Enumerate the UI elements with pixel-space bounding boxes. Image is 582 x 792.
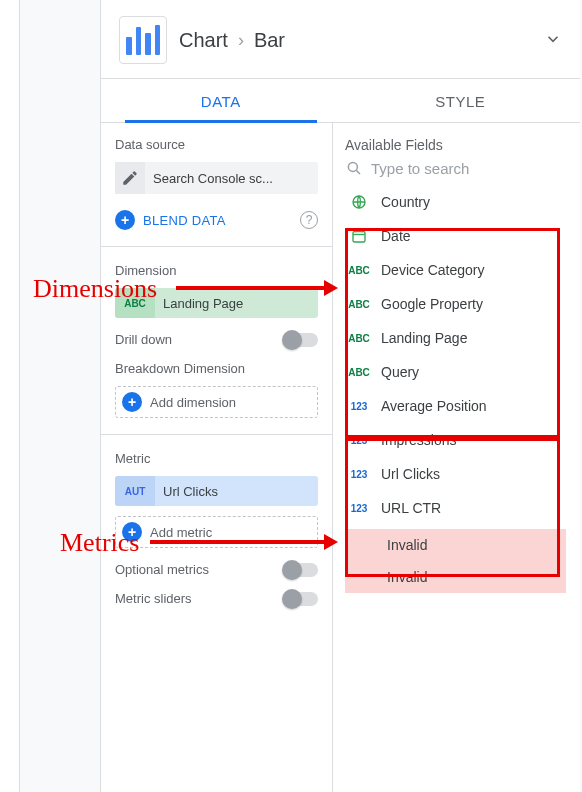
field-item[interactable]: 123Url Clicks — [345, 457, 566, 491]
svg-point-0 — [348, 162, 357, 171]
metric-sliders-label: Metric sliders — [115, 591, 192, 606]
tab-style-label: STYLE — [435, 93, 485, 110]
field-label: Device Category — [381, 262, 485, 278]
abc-type-icon: ABC — [347, 299, 371, 310]
calendar-icon — [347, 227, 371, 245]
tab-data-label: DATA — [201, 93, 241, 110]
field-label: Country — [381, 194, 430, 210]
section-breakdown-dimension: Breakdown Dimension — [115, 361, 318, 376]
search-row — [345, 153, 566, 185]
metric-chip[interactable]: AUT Url Clicks — [115, 476, 318, 506]
divider — [101, 246, 332, 247]
invalid-field-item[interactable]: Invalid — [345, 529, 566, 561]
bar-icon — [155, 25, 161, 55]
chevron-right-icon: › — [238, 30, 244, 51]
field-label: Average Position — [381, 398, 487, 414]
add-metric-button[interactable]: + Add metric — [115, 516, 318, 548]
drill-down-label: Drill down — [115, 332, 172, 347]
field-item[interactable]: Country — [345, 185, 566, 219]
metric-sliders-row: Metric sliders — [115, 591, 318, 620]
metric-field-list: 123Average Position123Impressions123Url … — [345, 389, 566, 525]
tab-style[interactable]: STYLE — [341, 79, 581, 122]
abc-type-icon: ABC — [347, 265, 371, 276]
number-type-icon: 123 — [347, 503, 371, 514]
svg-rect-3 — [353, 232, 365, 243]
help-icon[interactable]: ? — [300, 211, 318, 229]
abc-type-icon: ABC — [347, 333, 371, 344]
app-edge — [0, 0, 20, 792]
dimension-chip[interactable]: ABC Landing Page — [115, 288, 318, 318]
optional-metrics-toggle[interactable] — [284, 563, 318, 577]
add-dimension-button[interactable]: + Add dimension — [115, 386, 318, 418]
dimension-chip-label: Landing Page — [155, 296, 318, 311]
blend-data-button[interactable]: BLEND DATA — [143, 213, 226, 228]
plus-icon[interactable]: + — [115, 210, 135, 230]
bar-icon — [136, 27, 142, 55]
breadcrumb-root[interactable]: Chart — [179, 29, 228, 52]
chart-type-icon[interactable] — [119, 16, 167, 64]
abc-type-icon: ABC — [115, 288, 155, 318]
globe-icon — [347, 193, 371, 211]
auto-type-icon: AUT — [115, 476, 155, 506]
dimension-field-list: CountryDateABCDevice CategoryABCGoogle P… — [345, 185, 566, 389]
field-label: Landing Page — [381, 330, 467, 346]
available-fields-label: Available Fields — [345, 137, 566, 153]
field-label: Url Clicks — [381, 466, 440, 482]
search-input[interactable] — [371, 160, 566, 177]
field-label: URL CTR — [381, 500, 441, 516]
section-metric: Metric — [115, 451, 318, 466]
field-item[interactable]: ABCLanding Page — [345, 321, 566, 355]
metric-sliders-toggle[interactable] — [284, 592, 318, 606]
number-type-icon: 123 — [347, 469, 371, 480]
data-source-row[interactable]: Search Console sc... — [115, 162, 318, 194]
abc-type-icon: ABC — [347, 367, 371, 378]
tab-data[interactable]: DATA — [101, 79, 341, 122]
field-label: Query — [381, 364, 419, 380]
field-item[interactable]: 123Impressions — [345, 423, 566, 457]
columns: Data source Search Console sc... + BLEND… — [101, 123, 580, 792]
section-data-source: Data source — [115, 137, 318, 152]
field-item[interactable]: ABCGoogle Property — [345, 287, 566, 321]
blend-data-row: + BLEND DATA ? — [115, 204, 318, 230]
edit-icon[interactable] — [115, 162, 145, 194]
field-label: Impressions — [381, 432, 456, 448]
field-item[interactable]: ABCDevice Category — [345, 253, 566, 287]
search-icon — [345, 159, 363, 177]
expand-panel-button[interactable] — [544, 30, 562, 51]
field-item[interactable]: 123Average Position — [345, 389, 566, 423]
properties-panel: Chart › Bar DATA STYLE Data source Searc… — [100, 0, 580, 792]
breadcrumb: Chart › Bar — [179, 29, 285, 52]
optional-metrics-row: Optional metrics — [115, 562, 318, 577]
number-type-icon: 123 — [347, 435, 371, 446]
svg-line-1 — [356, 170, 360, 174]
bar-icon — [145, 33, 151, 55]
drill-down-row: Drill down — [115, 332, 318, 347]
invalid-field-item[interactable]: Invalid — [345, 561, 566, 593]
field-item[interactable]: 123URL CTR — [345, 491, 566, 525]
breadcrumb-leaf: Bar — [254, 29, 285, 52]
field-label: Date — [381, 228, 411, 244]
add-metric-label: Add metric — [150, 525, 212, 540]
field-label: Google Property — [381, 296, 483, 312]
config-column: Data source Search Console sc... + BLEND… — [101, 123, 333, 792]
field-item[interactable]: Date — [345, 219, 566, 253]
divider — [101, 434, 332, 435]
tabs: DATA STYLE — [101, 79, 580, 123]
number-type-icon: 123 — [347, 401, 371, 412]
optional-metrics-label: Optional metrics — [115, 562, 209, 577]
fields-column: Available Fields CountryDateABCDevice Ca… — [333, 123, 580, 792]
bar-icon — [126, 37, 132, 55]
plus-icon: + — [122, 392, 142, 412]
drill-down-toggle[interactable] — [284, 333, 318, 347]
plus-icon: + — [122, 522, 142, 542]
invalid-field-list: InvalidInvalid — [345, 529, 566, 593]
add-dimension-label: Add dimension — [150, 395, 236, 410]
data-source-name: Search Console sc... — [145, 171, 318, 186]
metric-chip-label: Url Clicks — [155, 484, 318, 499]
section-dimension: Dimension — [115, 263, 318, 278]
panel-header: Chart › Bar — [101, 0, 580, 79]
field-item[interactable]: ABCQuery — [345, 355, 566, 389]
